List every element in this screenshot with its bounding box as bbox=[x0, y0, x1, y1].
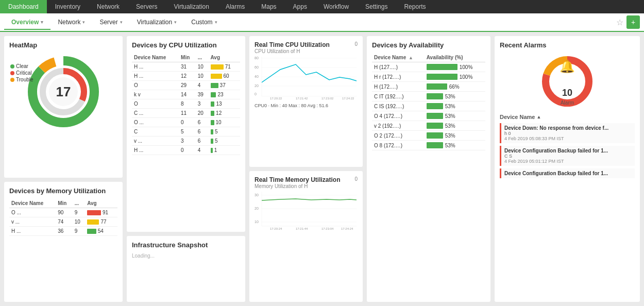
rt-cpu-legend: CPU0 · Min : 40 Max : 80 Avg : 51.6 bbox=[255, 103, 358, 108]
table-row: O 4 (172.…) 53% bbox=[372, 111, 485, 121]
alarm-count: 10 bbox=[562, 88, 572, 98]
nav-workflow[interactable]: Workflow bbox=[315, 0, 357, 13]
alarms-title: Recent Alarms bbox=[500, 41, 635, 49]
table-row: H (172.…) 66% bbox=[372, 82, 485, 92]
nav-maps[interactable]: Maps bbox=[253, 0, 284, 13]
svg-text:17:21:44: 17:21:44 bbox=[296, 227, 308, 230]
svg-text:20: 20 bbox=[255, 84, 259, 88]
subnav-overview[interactable]: Overview ▾ bbox=[4, 15, 50, 30]
nav-inventory[interactable]: Inventory bbox=[47, 0, 89, 13]
table-row: v 2 (192.…) 53% bbox=[372, 121, 485, 131]
rt-cpu-subtitle: CPU Utilization of H bbox=[255, 48, 330, 54]
svg-text:17:20:24: 17:20:24 bbox=[270, 227, 282, 230]
svg-text:40: 40 bbox=[255, 75, 259, 78]
nav-apps[interactable]: Apps bbox=[285, 0, 315, 13]
svg-text:17:23:04: 17:23:04 bbox=[321, 227, 334, 230]
cpu-col-mid: ... bbox=[196, 53, 209, 62]
table-row: v ... 3 6 5 bbox=[132, 137, 240, 146]
svg-text:20: 20 bbox=[255, 207, 259, 210]
rt-cpu-value: 0 bbox=[354, 41, 358, 47]
availability-table: Device Name ▲ Availability (%) H (127.…)… bbox=[372, 53, 485, 150]
cpu-table: Device Name Min ... Avg H ... 31 10 71 H… bbox=[132, 53, 240, 155]
alarm-item-time: 4 Feb 2019 05:01:12 PM IST bbox=[504, 159, 632, 164]
alarm-item-partial[interactable]: Device Configuration Backup failed for 1… bbox=[500, 168, 635, 178]
rt-mem-title: Real Time Memory Utilization bbox=[255, 176, 340, 183]
infra-title: Infrastructure Snapshot bbox=[132, 241, 240, 249]
heatmap-title: HeatMap bbox=[9, 41, 117, 49]
svg-text:17:24:24: 17:24:24 bbox=[341, 227, 353, 230]
memory-table: Device Name Min ... Avg O ... 90 9 91 v … bbox=[9, 199, 117, 236]
alarm-device-col-label: Device Name bbox=[500, 114, 535, 120]
table-row: C IT (192.…) 53% bbox=[372, 92, 485, 101]
chevron-down-icon: ▾ bbox=[82, 20, 85, 25]
alarm-item-title: Device Configuration Backup failed for 1… bbox=[504, 148, 632, 154]
infrastructure-panel: Infrastructure Snapshot Loading... bbox=[127, 236, 245, 302]
alarm-item-time: 4 Feb 2019 05:08:33 PM IST bbox=[504, 136, 632, 141]
table-row: H ... 0 4 1 bbox=[132, 146, 240, 155]
sub-navigation: Overview ▾ Network ▾ Server ▾ Virtualiza… bbox=[0, 13, 644, 32]
alarm-item[interactable]: Device Configuration Backup failed for 1… bbox=[500, 146, 635, 166]
nav-virtualization[interactable]: Virtualization bbox=[165, 0, 217, 13]
infra-content: Loading... bbox=[132, 253, 240, 259]
svg-text:30: 30 bbox=[255, 193, 259, 197]
subnav-custom[interactable]: Custom ▾ bbox=[184, 15, 224, 30]
add-dashboard-button[interactable]: + bbox=[626, 15, 640, 29]
table-row: H ... 12 10 60 bbox=[132, 72, 240, 81]
rt-mem-value: 0 bbox=[354, 176, 358, 182]
table-row: O 29 4 37 bbox=[132, 81, 240, 90]
memory-utilization-panel: Devices by Memory Utilization Device Nam… bbox=[4, 182, 123, 302]
rt-mem-subtitle: Memory Utilization of H bbox=[255, 183, 340, 189]
heatmap-number: 17 bbox=[56, 84, 71, 100]
svg-text:17:24:22: 17:24:22 bbox=[342, 97, 354, 100]
sort-icon: ▲ bbox=[409, 55, 413, 60]
rt-cpu-title: Real Time CPU Utilization bbox=[255, 41, 330, 48]
chevron-down-icon: ▾ bbox=[174, 20, 177, 25]
alarm-item-title: Device Configuration Backup failed for 1… bbox=[504, 171, 632, 176]
recent-alarms-panel: Recent Alarms 🔔 10 Alarm bbox=[495, 36, 640, 302]
alarm-item-device: C S bbox=[504, 154, 632, 159]
table-row: C ... 11 20 12 bbox=[132, 109, 240, 118]
table-row: C 5 6 5 bbox=[132, 127, 240, 137]
subnav-server[interactable]: Server ▾ bbox=[92, 15, 129, 30]
top-navigation: Dashboard Inventory Network Servers Virt… bbox=[0, 0, 644, 13]
nav-reports[interactable]: Reports bbox=[396, 0, 434, 13]
table-row: O ... 0 6 10 bbox=[132, 118, 240, 127]
nav-dashboard[interactable]: Dashboard bbox=[0, 0, 47, 13]
subnav-virtualization[interactable]: Virtualization ▾ bbox=[130, 15, 184, 30]
realtime-memory-chart: 30 20 10 17:20:24 17:21:44 17:23:04 17:2… bbox=[255, 189, 358, 230]
svg-text:0: 0 bbox=[255, 92, 257, 96]
alarm-item-title: Device Down: No response from device f..… bbox=[504, 125, 632, 131]
subnav-actions: ☆ + bbox=[616, 15, 640, 29]
chevron-down-icon: ▾ bbox=[41, 20, 43, 25]
table-row: H (127.…) 100% bbox=[372, 62, 485, 72]
availability-title: Devices by Availability bbox=[372, 41, 485, 49]
table-row: H ... 31 10 71 bbox=[132, 62, 240, 72]
table-row: O 2 (172.…) 53% bbox=[372, 131, 485, 141]
availability-panel: Devices by Availability Device Name ▲ Av… bbox=[367, 36, 490, 302]
cpu-col-name: Device Name bbox=[132, 53, 179, 62]
chevron-down-icon: ▾ bbox=[215, 20, 217, 25]
table-row: H ... 36 9 54 bbox=[9, 227, 117, 236]
nav-network[interactable]: Network bbox=[89, 0, 128, 13]
alarm-item-device: h 0 bbox=[504, 131, 632, 136]
nav-alarms[interactable]: Alarms bbox=[217, 0, 253, 13]
memory-title: Devices by Memory Utilization bbox=[9, 187, 117, 195]
alarm-item[interactable]: Device Down: No response from device f..… bbox=[500, 123, 635, 143]
table-row: O 8 3 13 bbox=[132, 99, 240, 109]
table-row: C IS (192.…) 53% bbox=[372, 101, 485, 111]
table-row: O 8 (172.…) 53% bbox=[372, 141, 485, 150]
nav-servers[interactable]: Servers bbox=[128, 0, 165, 13]
chevron-down-icon: ▾ bbox=[120, 20, 123, 25]
alarm-bell-icon: 🔔 bbox=[560, 59, 575, 74]
alarm-sort-icon: ▲ bbox=[537, 114, 541, 120]
subnav-network[interactable]: Network ▾ bbox=[50, 15, 92, 30]
realtime-memory-panel: Real Time Memory Utilization Memory Util… bbox=[249, 171, 363, 302]
nav-settings[interactable]: Settings bbox=[357, 0, 396, 13]
alarm-label: Alarm bbox=[561, 100, 574, 106]
cpu-utilization-panel: Devices by CPU Utilization Device Name M… bbox=[127, 36, 245, 232]
cpu-col-min: Min bbox=[179, 53, 196, 62]
heatmap-legend: Clear Critical Trouble bbox=[10, 63, 33, 82]
svg-text:80: 80 bbox=[255, 56, 259, 60]
svg-text:17:20:22: 17:20:22 bbox=[270, 97, 282, 100]
favorite-icon[interactable]: ☆ bbox=[616, 18, 623, 27]
